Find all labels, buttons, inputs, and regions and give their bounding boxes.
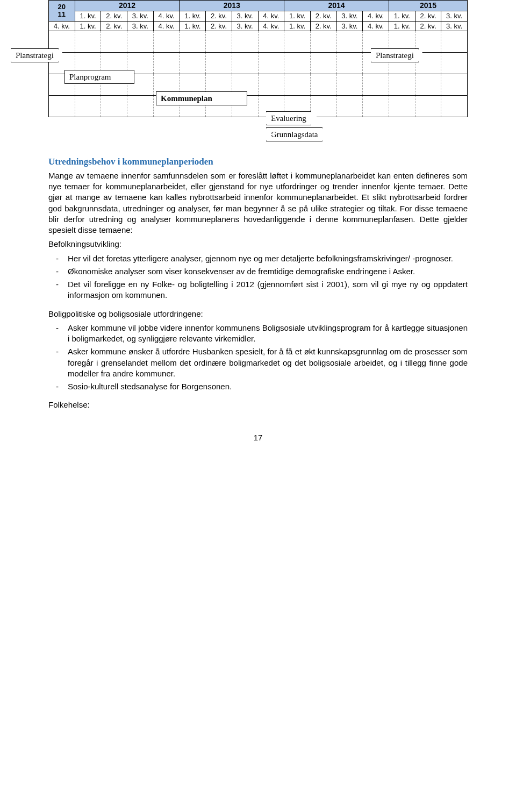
kv-cell: 3. kv.: [127, 21, 154, 31]
year-2013-header: 2013: [180, 1, 284, 11]
section-heading: Utredningsbehov i kommuneplanperioden: [48, 156, 468, 168]
kv-cell: 2. kv.: [206, 21, 232, 31]
planstrategi-box-2: Planstrategi: [371, 48, 419, 62]
list-item: Det vil foreligge en ny Folke- og boligt…: [68, 279, 468, 301]
kv-cell: 4. kv.: [153, 21, 180, 31]
list-item: Asker kommune vil jobbe videre innenfor …: [68, 323, 468, 345]
grunnlagsdata-box: Grunnlagsdata: [266, 127, 322, 141]
kv-cell: 4. kv.: [363, 21, 389, 31]
year-2014-header: 2014: [284, 1, 389, 11]
list-item: Asker kommune ønsker å utfordre Husbanke…: [68, 346, 468, 379]
kv-cell: 1. kv.: [75, 11, 101, 21]
timeline-diagram: 2011 2012 2013 2014 2015 1. kv. 2. kv. 3…: [48, 0, 468, 140]
kv-cell: 1. kv.: [180, 11, 206, 21]
kv-cell: 1. kv.: [284, 21, 311, 31]
kv-cell: 1. kv.: [180, 21, 206, 31]
kv-cell: 2. kv.: [101, 11, 127, 21]
kv-cell: 3. kv.: [127, 11, 154, 21]
befolkning-list: Her vil det foretas ytterligere analyser…: [48, 253, 468, 301]
year-2012-header: 2012: [75, 1, 180, 11]
kv-cell: 2. kv.: [101, 21, 127, 31]
page-number: 17: [48, 432, 468, 443]
year-2011-header: 2011: [49, 1, 75, 22]
year-2015-header: 2015: [389, 1, 467, 11]
folkehelse-label: Folkehelse:: [48, 400, 468, 410]
kv-cell: 3. kv.: [232, 21, 258, 31]
kv-cell: 4. kv.: [258, 21, 284, 31]
kv-cell: 3. kv.: [336, 11, 363, 21]
kv-cell: 1. kv.: [284, 11, 311, 21]
kv-cell: 2. kv.: [310, 11, 336, 21]
planstrategi-box-1: Planstrategi: [11, 48, 59, 62]
kv-cell: 4. kv.: [49, 21, 75, 31]
intro-paragraph: Mange av temaene innenfor samfunnsdelen …: [48, 170, 468, 236]
kv-cell: 3. kv.: [441, 11, 468, 21]
kv-cell: 2. kv.: [415, 11, 441, 21]
evaluering-box: Evaluering: [266, 111, 311, 125]
planprogram-box: Planprogram: [64, 70, 134, 84]
kv-cell: 4. kv.: [258, 11, 284, 21]
list-item: Sosio-kulturell stedsanalyse for Borgens…: [68, 381, 468, 392]
kv-cell: 1. kv.: [389, 11, 415, 21]
kv-cell: 2. kv.: [310, 21, 336, 31]
kv-cell: 4. kv.: [153, 11, 180, 21]
list-item: Her vil det foretas ytterligere analyser…: [68, 253, 468, 264]
bolig-list: Asker kommune vil jobbe videre innenfor …: [48, 323, 468, 393]
kv-cell: 2. kv.: [206, 11, 232, 21]
bolig-label: Boligpolitiske og boligsosiale utfordrin…: [48, 309, 468, 319]
kv-cell: 4. kv.: [363, 11, 389, 21]
kv-cell: 3. kv.: [336, 21, 363, 31]
befolkning-label: Befolkningsutvikling:: [48, 239, 468, 250]
kv-cell: 1. kv.: [389, 21, 415, 31]
kv-cell: 2. kv.: [415, 21, 441, 31]
kv-cell: 3. kv.: [441, 21, 468, 31]
kv-cell: 3. kv.: [232, 11, 258, 21]
kv-cell: 1. kv.: [75, 21, 101, 31]
list-item: Økonomiske analyser som viser konsekvens…: [68, 266, 468, 277]
kommuneplan-box: Kommuneplan: [156, 91, 247, 105]
